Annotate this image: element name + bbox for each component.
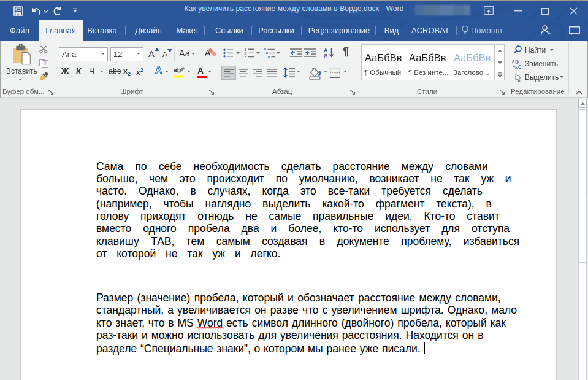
svg-text:Я: Я	[324, 53, 327, 59]
svg-text:c: c	[518, 63, 522, 70]
svg-text:3: 3	[245, 55, 247, 59]
